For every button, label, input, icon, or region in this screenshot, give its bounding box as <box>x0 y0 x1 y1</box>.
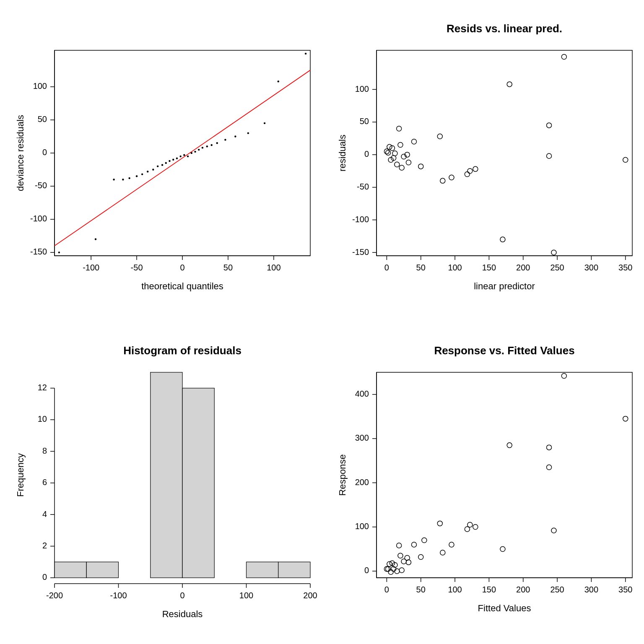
data-point <box>157 165 158 167</box>
histogram-bar <box>182 388 214 578</box>
svg-text:300: 300 <box>584 263 598 272</box>
svg-text:6: 6 <box>42 478 47 487</box>
qq-points <box>58 53 307 254</box>
svg-text:100: 100 <box>239 591 253 600</box>
data-point <box>161 164 163 166</box>
svg-text:-50: -50 <box>131 263 143 272</box>
svg-text:250: 250 <box>550 263 564 272</box>
data-point <box>437 134 442 139</box>
svg-text:200: 200 <box>355 478 369 487</box>
resids-vs-pred-plot: Resids vs. linear pred.05010015020025030… <box>322 0 644 322</box>
qq-reference-line <box>55 70 310 246</box>
svg-text:50: 50 <box>416 263 426 272</box>
data-point <box>95 238 96 240</box>
data-point <box>122 179 124 180</box>
svg-rect-28 <box>377 50 632 256</box>
svg-rect-0 <box>55 50 310 256</box>
svg-text:150: 150 <box>482 263 496 272</box>
svg-text:0: 0 <box>42 572 47 582</box>
svg-text:0: 0 <box>180 263 184 272</box>
svg-text:200: 200 <box>516 585 530 594</box>
data-point <box>473 166 478 171</box>
data-point <box>547 465 552 470</box>
svg-text:Histogram of residuals: Histogram of residuals <box>123 344 242 357</box>
svg-text:10: 10 <box>38 414 47 423</box>
histogram-bar <box>86 562 118 578</box>
data-point <box>386 150 391 155</box>
data-point <box>202 147 203 148</box>
data-point <box>58 252 60 253</box>
data-point <box>169 160 170 162</box>
data-point <box>399 568 404 573</box>
data-point <box>179 156 181 157</box>
svg-text:100: 100 <box>448 263 462 272</box>
data-point <box>264 122 265 124</box>
data-point <box>467 522 473 527</box>
data-point <box>211 144 213 146</box>
data-point <box>141 173 143 175</box>
svg-text:Response: Response <box>337 454 348 496</box>
svg-text:-100: -100 <box>110 591 127 600</box>
svg-text:-150: -150 <box>352 247 369 257</box>
data-point <box>397 126 402 131</box>
data-point <box>422 538 427 543</box>
svg-text:-200: -200 <box>46 591 63 600</box>
svg-text:Resids vs. linear pred.: Resids vs. linear pred. <box>447 22 562 35</box>
svg-text:50: 50 <box>223 263 233 272</box>
svg-text:200: 200 <box>303 591 317 600</box>
svg-text:0: 0 <box>180 591 184 600</box>
data-point <box>465 172 470 177</box>
svg-text:residuals: residuals <box>337 135 348 171</box>
data-point <box>397 543 402 548</box>
data-point <box>551 250 556 255</box>
histogram-bar <box>247 562 278 578</box>
data-point <box>561 373 566 378</box>
svg-text:-100: -100 <box>352 215 369 224</box>
response-vs-fitted-plot: Response vs. Fitted Values05010015020025… <box>322 322 644 644</box>
data-point <box>507 443 512 448</box>
data-point <box>623 157 628 162</box>
data-point <box>183 154 185 156</box>
svg-text:350: 350 <box>618 585 632 594</box>
data-point <box>224 139 226 140</box>
data-point <box>384 149 389 154</box>
svg-text:Fitted Values: Fitted Values <box>478 603 531 613</box>
svg-text:-150: -150 <box>30 247 47 256</box>
svg-text:4: 4 <box>42 509 47 519</box>
svg-text:200: 200 <box>516 263 530 272</box>
data-point <box>507 82 512 87</box>
svg-text:100: 100 <box>448 585 462 594</box>
data-point <box>191 152 192 154</box>
data-point <box>399 165 404 170</box>
data-point <box>551 528 556 533</box>
data-point <box>172 159 174 161</box>
data-point <box>392 151 397 156</box>
svg-text:12: 12 <box>38 383 47 392</box>
svg-text:Residuals: Residuals <box>162 609 203 619</box>
svg-text:linear predictor: linear predictor <box>474 281 535 291</box>
svg-text:250: 250 <box>550 585 564 594</box>
data-point <box>449 175 454 180</box>
svg-text:100: 100 <box>355 84 369 93</box>
svg-text:100: 100 <box>355 522 369 531</box>
data-point <box>147 171 148 172</box>
histogram-bar <box>151 372 182 578</box>
svg-text:-50: -50 <box>357 182 369 191</box>
svg-text:Response vs. Fitted Values: Response vs. Fitted Values <box>434 344 574 357</box>
data-point <box>500 547 505 552</box>
data-point <box>411 542 416 547</box>
resid-points <box>384 55 628 255</box>
svg-text:8: 8 <box>42 446 47 455</box>
data-point <box>113 179 114 180</box>
data-point <box>247 132 249 134</box>
svg-text:100: 100 <box>267 263 280 272</box>
data-point <box>395 162 400 167</box>
data-point <box>418 164 423 169</box>
data-point <box>206 145 208 147</box>
panel-response-vs-fitted: Response vs. Fitted Values05010015020025… <box>322 322 644 644</box>
chart-grid: -100-50050100theoretical quantiles-150-1… <box>0 0 644 644</box>
svg-text:300: 300 <box>355 433 369 442</box>
data-point <box>561 55 566 60</box>
svg-text:0: 0 <box>384 585 389 594</box>
data-point <box>406 160 411 165</box>
